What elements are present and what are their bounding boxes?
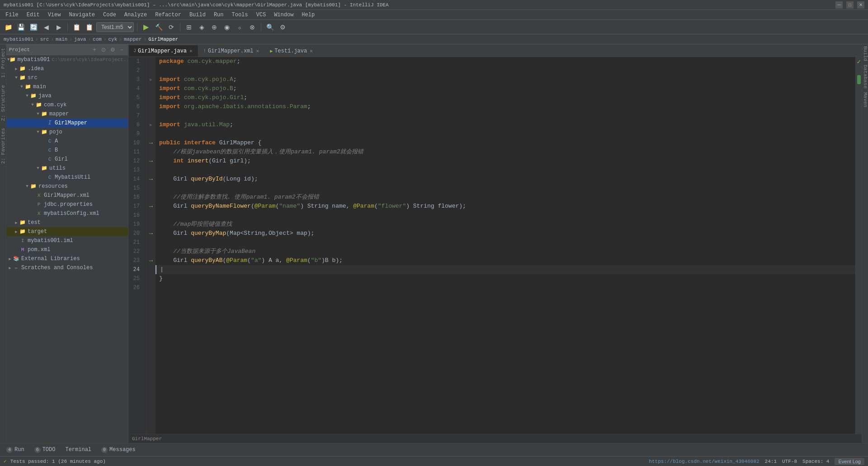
tree-root-mybatis001[interactable]: ▼ 📁 mybatis001 C:\Users\cyk\IdeaProject.…: [6, 55, 128, 64]
tree-class-a[interactable]: C A: [6, 137, 128, 146]
ln-15: 15: [128, 184, 142, 193]
panel-settings-btn[interactable]: ⚙: [109, 46, 116, 53]
toolbar-save-btn[interactable]: 💾: [15, 22, 26, 33]
toolbar-btn2[interactable]: ◈: [196, 22, 207, 33]
tree-test[interactable]: ▶ 📁 test: [6, 218, 128, 227]
menu-view[interactable]: View: [44, 11, 65, 19]
toolbar-sync-btn[interactable]: 🔄: [28, 22, 39, 33]
tree-pom[interactable]: M pom.xml: [6, 245, 128, 254]
bottom-tab-messages[interactable]: 0 Messages: [97, 444, 140, 455]
tree-java[interactable]: ▼ 📁 java: [6, 91, 128, 100]
run-button[interactable]: ▶: [141, 22, 151, 33]
structure-tool-btn[interactable]: Z: Structure: [0, 83, 6, 123]
bottom-tab-todo[interactable]: 6 TODO: [30, 444, 60, 455]
maven-tool-btn[interactable]: Maven: [863, 92, 868, 107]
breadcrumb-mapper[interactable]: mapper: [124, 37, 142, 42]
menu-file[interactable]: File: [2, 11, 22, 19]
menu-help[interactable]: Help: [298, 11, 318, 19]
build-button[interactable]: 🔨: [153, 22, 164, 33]
bottom-tab-terminal[interactable]: Terminal: [61, 444, 96, 455]
toolbar-btn5[interactable]: ⬦: [234, 22, 245, 33]
gutter-16: [146, 193, 156, 202]
project-tool-btn[interactable]: 1: Project: [0, 46, 6, 80]
tab-close-test1[interactable]: ✕: [309, 48, 314, 54]
tree-girlmapper[interactable]: I GirlMapper: [6, 119, 128, 128]
build-tool-btn[interactable]: Build: [863, 46, 868, 61]
tree-src[interactable]: ▼ 📁 src: [6, 73, 128, 82]
menu-edit[interactable]: Edit: [23, 11, 43, 19]
menu-run[interactable]: Run: [210, 11, 227, 19]
menu-vcs[interactable]: VCS: [253, 11, 270, 19]
tree-mybatisutil[interactable]: C MybatisUtil: [6, 173, 128, 182]
maximize-button[interactable]: □: [846, 1, 854, 9]
fold-3[interactable]: ▶: [150, 77, 152, 82]
tree-idea[interactable]: ▶ 📁 .idea: [6, 64, 128, 73]
menu-analyze[interactable]: Analyze: [121, 11, 151, 19]
menu-refactor[interactable]: Refactor: [151, 11, 185, 19]
tree-target[interactable]: ▶ 📁 target: [6, 227, 128, 236]
panel-add-btn[interactable]: +: [91, 46, 98, 53]
close-button[interactable]: ✕: [857, 1, 864, 9]
toolbar-btn6[interactable]: ⊗: [247, 22, 258, 33]
tree-comcyk[interactable]: ▼ 📁 com.cyk: [6, 100, 128, 109]
menu-build[interactable]: Build: [186, 11, 209, 19]
tree-pojo[interactable]: ▼ 📁 pojo: [6, 128, 128, 137]
breadcrumb-src[interactable]: src: [40, 37, 49, 42]
breadcrumb-girlmapper[interactable]: GirlMapper: [148, 37, 178, 42]
ln-21: 21: [128, 238, 142, 247]
toolbar-forward-btn[interactable]: ▶: [53, 22, 64, 33]
breadcrumb-cyk[interactable]: cyk: [108, 37, 118, 42]
gutter-22: [146, 247, 156, 256]
main-area: 1: Project Z: Structure 2: Favorites Pro…: [0, 44, 868, 443]
right-tool-strip: Build Database Maven: [862, 44, 868, 443]
tab-close-girlmapper[interactable]: ✕: [189, 48, 193, 54]
menu-code[interactable]: Code: [99, 11, 120, 19]
favorites-tool-btn[interactable]: 2: Favorites: [0, 126, 6, 166]
tree-iml[interactable]: I mybatis001.iml: [6, 236, 128, 245]
toolbar-btn3[interactable]: ⊕: [209, 22, 220, 33]
menu-window[interactable]: Window: [270, 11, 297, 19]
tree-utils[interactable]: ▼ 📁 utils: [6, 164, 128, 173]
event-log-button[interactable]: Event Log: [835, 458, 864, 465]
bottom-tab-run[interactable]: 4 Run: [2, 444, 29, 455]
fold-8[interactable]: ▶: [150, 122, 152, 128]
tree-class-girl[interactable]: C Girl: [6, 155, 128, 164]
toolbar-settings-btn[interactable]: ⚙: [277, 22, 288, 33]
tree-girlmapper-xml[interactable]: X GirlMapper.xml: [6, 191, 128, 200]
tab-girlmapper-java[interactable]: J GirlMapper.java ✕: [128, 45, 198, 57]
menu-navigate[interactable]: Navigate: [65, 11, 99, 19]
tree-main[interactable]: ▼ 📁 main: [6, 82, 128, 91]
tree-jdbc-props[interactable]: P jdbc.properties: [6, 200, 128, 209]
tree-resources[interactable]: ▼ 📁 resources: [6, 182, 128, 191]
panel-sync-btn[interactable]: ⊙: [100, 46, 107, 53]
breadcrumb-mybatis001[interactable]: mybatis001: [4, 37, 33, 42]
reload-button[interactable]: ⟳: [166, 22, 177, 33]
tree-class-b[interactable]: C B: [6, 146, 128, 155]
tree-mybatisconfig-xml[interactable]: X mybatisConfig.xml: [6, 209, 128, 218]
database-tool-btn[interactable]: Database: [863, 65, 868, 89]
tab-girlmapper-xml[interactable]: ! GirlMapper.xml ✕: [198, 45, 265, 57]
tree-external-libs[interactable]: ▶ 📚 External Libraries: [6, 254, 128, 263]
toolbar-back-btn[interactable]: ◀: [41, 22, 52, 33]
toolbar-btn4[interactable]: ◉: [222, 22, 232, 33]
tree-scratches[interactable]: ▶ ✏ Scratches and Consoles: [6, 263, 128, 272]
status-url[interactable]: https://blog.csdn.net/weixin_43046082: [649, 459, 759, 464]
toolbar-project-btn[interactable]: 📁: [3, 22, 14, 33]
search-everywhere-btn[interactable]: 🔍: [264, 22, 275, 33]
run-config-dropdown[interactable]: Test1.m5: [96, 22, 134, 32]
arrow-20: →: [149, 230, 153, 237]
breadcrumb-main[interactable]: main: [56, 37, 67, 42]
tree-label-src: src: [28, 75, 38, 81]
breadcrumb-com[interactable]: com: [93, 37, 102, 42]
toolbar-run-config2[interactable]: 📋: [84, 22, 94, 33]
code-editor[interactable]: package com.cyk.mapper ; import com.cyk.…: [156, 57, 855, 434]
tab-close-girlmapper-xml[interactable]: ✕: [255, 48, 260, 54]
menu-tools[interactable]: Tools: [228, 11, 252, 19]
breadcrumb-java[interactable]: java: [74, 37, 86, 42]
panel-collapse-btn[interactable]: −: [118, 46, 125, 53]
toolbar-btn1[interactable]: ⊞: [184, 22, 194, 33]
toolbar-run-config[interactable]: 📋: [71, 22, 82, 33]
tree-mapper[interactable]: ▼ 📁 mapper: [6, 109, 128, 119]
tab-test1-java[interactable]: ▶ Test1.java ✕: [265, 45, 319, 57]
minimize-button[interactable]: ─: [835, 1, 843, 9]
